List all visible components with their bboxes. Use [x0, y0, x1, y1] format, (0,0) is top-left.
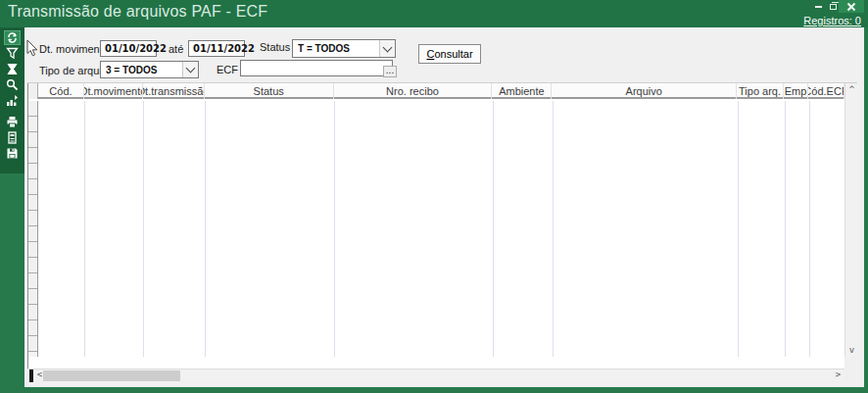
grid-column-header[interactable]: Dt.movimento — [84, 83, 143, 99]
scroll-right-icon[interactable]: > — [832, 368, 844, 381]
close-button[interactable] — [839, 0, 864, 13]
left-toolbar — [0, 27, 24, 173]
chevron-down-icon[interactable] — [379, 40, 395, 57]
zoom-icon[interactable] — [4, 77, 21, 92]
tipo-arquivo-select-value: 3 = TODOS — [106, 65, 157, 75]
grid-column-header[interactable]: Arquivo — [552, 83, 737, 99]
row-selector-cell[interactable] — [28, 289, 37, 305]
ecf-input[interactable] — [240, 60, 393, 76]
row-selector-cell[interactable] — [28, 132, 37, 148]
scroll-down-icon[interactable]: v — [845, 344, 858, 357]
row-selector-cell[interactable] — [28, 179, 37, 195]
ate-label: até — [169, 43, 183, 55]
grid-column-separator — [334, 101, 335, 357]
horizontal-scroll-thumb[interactable] — [43, 370, 180, 381]
registros-link[interactable]: Registros: 0 — [803, 15, 861, 26]
calculator-icon[interactable] — [4, 130, 21, 145]
grid-main: Cód.Dt.movimentoDt.transmissãoStatusNro.… — [27, 83, 844, 369]
grid-column-separator — [493, 101, 494, 357]
window-title: Transmissão de arquivos PAF - ECF — [8, 3, 267, 21]
row-selector-cell[interactable] — [28, 305, 37, 320]
hourglass-icon[interactable] — [4, 62, 21, 76]
grid-column-header[interactable]: Tipo arq. — [737, 83, 784, 99]
grid-column-separator — [205, 101, 206, 357]
dt-movimento-label: Dt. movimento — [39, 43, 109, 55]
row-selector-cell[interactable] — [28, 320, 37, 336]
status-label: Status — [260, 41, 290, 53]
row-selector-cell[interactable] — [28, 258, 37, 273]
print-icon[interactable] — [4, 115, 21, 129]
row-selector-cell[interactable] — [28, 117, 37, 132]
grid-row-selector-column — [28, 101, 38, 357]
ecf-label: ECF — [217, 64, 238, 75]
grid-column-separator — [553, 101, 554, 357]
status-select-value: T = TODOS — [298, 43, 350, 54]
chart-icon[interactable] — [4, 93, 21, 108]
row-selector-cell[interactable] — [28, 242, 37, 258]
grid-column-header[interactable]: Nro. recibo — [334, 83, 493, 99]
horizontal-scrollbar[interactable]: < > — [27, 368, 844, 381]
save-icon[interactable] — [4, 146, 21, 161]
vertical-scrollbar[interactable]: ^ v — [844, 83, 857, 357]
row-selector-cell[interactable] — [28, 211, 37, 226]
minimize-icon — [815, 6, 822, 8]
row-selector-cell[interactable] — [28, 195, 37, 211]
refresh-icon[interactable] — [4, 30, 21, 45]
grid-column-separator — [809, 101, 810, 357]
row-selector-cell[interactable] — [28, 164, 37, 179]
grid-body[interactable] — [28, 101, 844, 357]
grid-column-header[interactable]: Cód.ECF — [808, 83, 844, 99]
mouse-cursor — [26, 40, 39, 58]
filter-icon[interactable] — [4, 46, 21, 61]
grid-column-separator — [84, 101, 85, 357]
minimize-button[interactable] — [811, 0, 825, 13]
results-grid: Cód.Dt.movimentoDt.transmissãoStatusNro.… — [27, 82, 857, 381]
grid-column-separator — [785, 101, 786, 357]
ecf-browse-button[interactable]: ... — [383, 66, 397, 77]
grid-header: Cód.Dt.movimentoDt.transmissãoStatusNro.… — [28, 83, 844, 99]
row-selector-cell[interactable] — [28, 101, 37, 117]
restore-icon — [830, 4, 837, 10]
row-selector-cell[interactable] — [28, 336, 37, 352]
dt-movimento-input[interactable]: 01/10/2022 — [100, 40, 157, 57]
grid-column-header[interactable]: Cód. — [38, 83, 84, 99]
grid-selector-header — [28, 83, 38, 99]
consultar-button[interactable]: Consultar — [418, 44, 481, 64]
grid-column-header[interactable]: Ambiente — [492, 83, 552, 99]
close-icon — [847, 3, 855, 11]
dt-fim-input[interactable]: 01/11/2022 — [188, 40, 245, 57]
grid-column-separator — [143, 101, 144, 357]
restore-button[interactable] — [826, 0, 840, 13]
grid-column-header[interactable]: Emp — [784, 83, 808, 99]
status-select[interactable]: T = TODOS — [292, 39, 396, 58]
tipo-arquivo-select[interactable]: 3 = TODOS — [100, 61, 199, 78]
scroll-up-icon[interactable]: ^ — [845, 83, 858, 96]
app-window: Transmissão de arquivos PAF - ECF Regist… — [0, 0, 868, 393]
grid-column-separator — [738, 101, 739, 357]
chevron-down-icon[interactable] — [182, 62, 198, 77]
content-area: Dt. movimento 01/10/2022 até 01/11/2022 … — [24, 27, 864, 387]
row-selector-cell[interactable] — [28, 148, 37, 164]
row-selector-cell[interactable] — [28, 273, 37, 289]
row-selector-cell[interactable] — [28, 226, 37, 242]
grid-column-header[interactable]: Dt.transmissão — [143, 83, 205, 99]
title-bar: Transmissão de arquivos PAF - ECF Regist… — [0, 0, 868, 27]
grid-column-header[interactable]: Status — [205, 83, 334, 99]
